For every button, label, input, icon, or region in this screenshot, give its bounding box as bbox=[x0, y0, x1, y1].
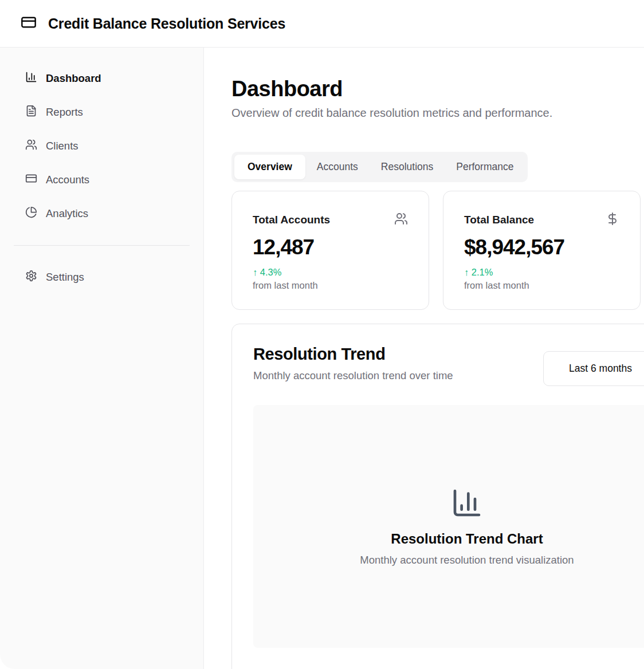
gear-icon bbox=[25, 270, 37, 285]
sidebar: Dashboard Reports Clients bbox=[0, 48, 204, 669]
sidebar-item-dashboard[interactable]: Dashboard bbox=[0, 61, 203, 95]
sidebar-item-reports[interactable]: Reports bbox=[0, 95, 203, 129]
stats-row: Total Accounts 12,487 ↑ 4.3% from last m… bbox=[231, 191, 644, 310]
stat-value: $8,942,567 bbox=[464, 235, 619, 259]
stat-value: 12,487 bbox=[253, 235, 408, 259]
sidebar-item-clients[interactable]: Clients bbox=[0, 129, 203, 163]
page-title: Dashboard bbox=[231, 76, 644, 101]
tab-performance[interactable]: Performance bbox=[445, 155, 525, 179]
app-title: Credit Balance Resolution Services bbox=[48, 15, 285, 32]
stat-delta: ↑ 2.1% bbox=[464, 267, 619, 278]
date-range-button[interactable]: Last 6 months bbox=[543, 351, 644, 386]
main-content: Dashboard Overview of credit balance res… bbox=[204, 48, 644, 669]
pie-chart-icon bbox=[25, 206, 37, 221]
chart-placeholder-title: Resolution Trend Chart bbox=[391, 531, 543, 547]
sidebar-item-label: Settings bbox=[46, 271, 84, 284]
sidebar-item-label: Dashboard bbox=[46, 72, 101, 85]
resolution-trend-card: Resolution Trend Monthly account resolut… bbox=[231, 324, 644, 669]
file-text-icon bbox=[25, 105, 37, 120]
credit-card-icon bbox=[21, 14, 37, 33]
dollar-icon bbox=[606, 212, 619, 228]
users-icon bbox=[25, 139, 37, 154]
sidebar-divider bbox=[14, 245, 190, 246]
stat-note: from last month bbox=[253, 280, 408, 291]
stat-card-total-balance: Total Balance $8,942,567 ↑ 2.1% from las… bbox=[443, 191, 641, 310]
app-header: Credit Balance Resolution Services bbox=[0, 0, 644, 48]
sidebar-item-accounts[interactable]: Accounts bbox=[0, 163, 203, 196]
stat-card-total-accounts: Total Accounts 12,487 ↑ 4.3% from last m… bbox=[231, 191, 429, 310]
sidebar-item-settings[interactable]: Settings bbox=[0, 260, 203, 294]
stat-delta: ↑ 4.3% bbox=[253, 267, 408, 278]
sidebar-item-label: Clients bbox=[46, 140, 78, 152]
stat-note: from last month bbox=[464, 280, 619, 291]
stat-label: Total Accounts bbox=[253, 214, 330, 226]
tab-accounts[interactable]: Accounts bbox=[305, 155, 370, 179]
sidebar-item-label: Accounts bbox=[46, 174, 89, 186]
stat-label: Total Balance bbox=[464, 214, 534, 226]
users-icon bbox=[394, 212, 408, 228]
bar-chart-icon bbox=[451, 487, 483, 521]
bar-chart-icon bbox=[25, 71, 37, 86]
credit-card-icon bbox=[25, 172, 37, 187]
page-subtitle: Overview of credit balance resolution me… bbox=[231, 106, 644, 120]
app-window: Credit Balance Resolution Services Dashb… bbox=[0, 0, 644, 669]
tab-overview[interactable]: Overview bbox=[234, 155, 305, 179]
sidebar-item-analytics[interactable]: Analytics bbox=[0, 196, 203, 230]
chart-placeholder-area: Resolution Trend Chart Monthly account r… bbox=[253, 405, 644, 648]
chart-placeholder-subtitle: Monthly account resolution trend visuali… bbox=[360, 554, 574, 566]
tab-bar: Overview Accounts Resolutions Performanc… bbox=[231, 152, 528, 182]
tab-resolutions[interactable]: Resolutions bbox=[370, 155, 445, 179]
sidebar-item-label: Analytics bbox=[46, 207, 88, 220]
sidebar-item-label: Reports bbox=[46, 106, 83, 119]
